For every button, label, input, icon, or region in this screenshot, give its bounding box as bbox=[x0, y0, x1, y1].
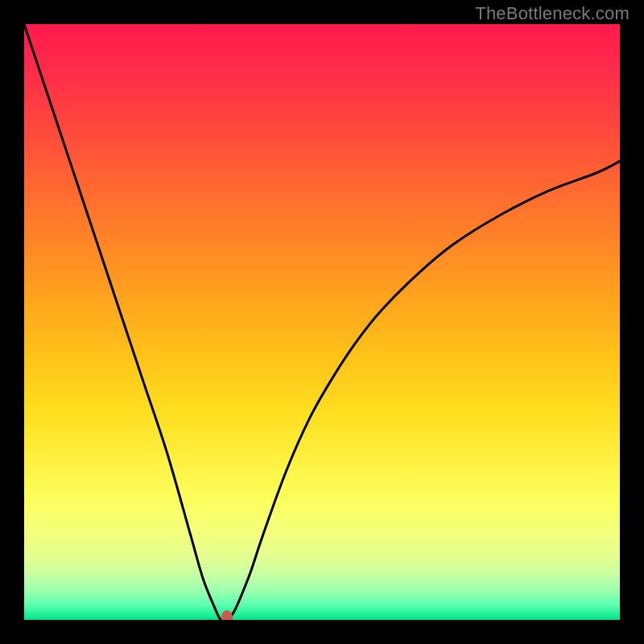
plot-area bbox=[24, 24, 620, 620]
chart-frame: TheBottleneck.com bbox=[0, 0, 644, 644]
curve-svg bbox=[24, 24, 620, 620]
bottleneck-curve bbox=[24, 24, 620, 620]
optimum-marker bbox=[221, 610, 233, 620]
watermark-text: TheBottleneck.com bbox=[475, 3, 630, 24]
